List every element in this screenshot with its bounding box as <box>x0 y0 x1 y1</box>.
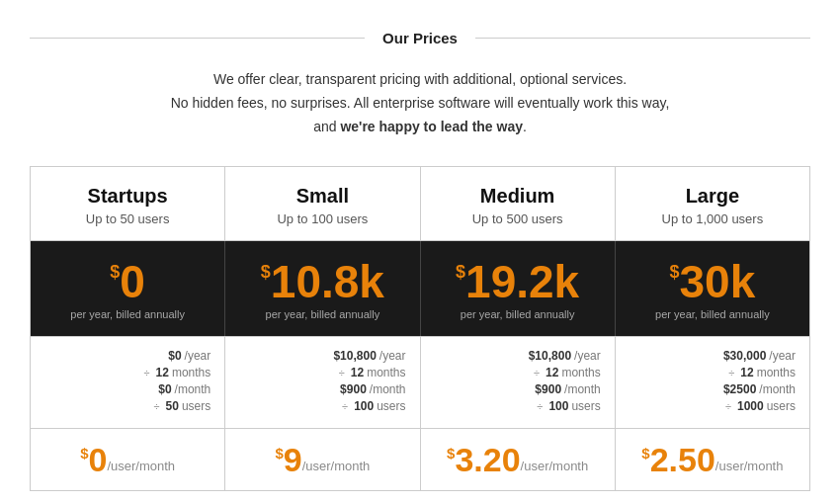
breakdown-line4-2: ÷100users <box>435 399 601 413</box>
breakdown-line2-1: ÷12months <box>239 366 405 379</box>
peruser-cell-0: $ 0 /user/month <box>31 429 225 490</box>
price-main-2: $ 19.2k <box>431 259 605 304</box>
peruser-unit-0: /user/month <box>107 459 175 473</box>
plan-name-1: Small <box>235 185 409 208</box>
breakdown-cell-1: $10,800/year÷12months$900/month÷100users <box>225 337 420 428</box>
price-main-3: $ 30k <box>626 259 799 304</box>
price-main-0: $ 0 <box>41 259 214 304</box>
price-cell-2: $ 19.2k per year, billed annually <box>421 241 616 336</box>
peruser-dollar-3: $ <box>641 446 649 461</box>
intro-line3-end: . <box>523 119 527 134</box>
breakdown-cell-2: $10,800/year÷12months$900/month÷100users <box>421 337 616 428</box>
intro-line3-normal: and <box>313 119 340 134</box>
price-main-1: $ 10.8k <box>235 259 409 304</box>
price-period-1: per year, billed annually <box>235 308 409 320</box>
plan-header-2: Medium Up to 500 users <box>421 167 616 240</box>
intro-line3: and we're happy to lead the way. <box>171 116 670 139</box>
price-period-3: per year, billed annually <box>626 308 799 320</box>
price-dollar-1: $ <box>261 263 271 281</box>
price-cell-1: $ 10.8k per year, billed annually <box>225 241 420 336</box>
breakdown-line4-0: ÷50users <box>44 399 210 413</box>
section-header: Our Prices <box>30 30 810 46</box>
header-line-right <box>475 38 810 39</box>
price-dollar-2: $ <box>456 263 465 281</box>
plan-header-0: Startups Up to 50 users <box>31 167 225 240</box>
peruser-cell-2: $ 3.20 /user/month <box>421 429 616 490</box>
intro-section: We offer clear, transparent pricing with… <box>171 68 670 138</box>
breakdown-line1-0: $0/year <box>44 349 210 363</box>
peruser-amount-0: 0 <box>89 443 108 476</box>
peruser-price-0: $ 0 /user/month <box>41 443 214 476</box>
peruser-dollar-2: $ <box>447 446 455 461</box>
peruser-dollar-1: $ <box>275 446 283 461</box>
peruser-cell-1: $ 9 /user/month <box>225 429 420 490</box>
price-dollar-0: $ <box>110 263 120 281</box>
plan-users-0: Up to 50 users <box>41 211 214 226</box>
breakdown-line3-3: $2500/month <box>630 382 796 396</box>
peruser-price-2: $ 3.20 /user/month <box>431 443 605 476</box>
price-amount-2: 19.2k <box>465 259 579 304</box>
plan-name-0: Startups <box>41 185 214 208</box>
plan-name-2: Medium <box>431 185 605 208</box>
price-amount-0: 0 <box>120 259 145 304</box>
breakdown-line3-0: $0/month <box>44 382 210 396</box>
plan-header-3: Large Up to 1,000 users <box>616 167 809 240</box>
price-cell-3: $ 30k per year, billed annually <box>616 241 809 336</box>
price-period-0: per year, billed annually <box>41 308 214 320</box>
breakdown-line1-2: $10,800/year <box>435 349 601 363</box>
price-cell-0: $ 0 per year, billed annually <box>31 241 225 336</box>
breakdown-cell-3: $30,000/year÷12months$2500/month÷1000use… <box>616 337 809 428</box>
price-period-2: per year, billed annually <box>431 308 605 320</box>
breakdown-line3-2: $900/month <box>435 382 601 396</box>
plan-users-3: Up to 1,000 users <box>626 211 799 226</box>
pricing-table: Startups Up to 50 users Small Up to 100 … <box>30 166 810 491</box>
breakdown-line2-0: ÷12months <box>44 366 210 379</box>
plan-header-1: Small Up to 100 users <box>225 167 420 240</box>
plan-users-1: Up to 100 users <box>235 211 409 226</box>
peruser-dollar-0: $ <box>80 446 88 461</box>
breakdown-cell-0: $0/year÷12months$0/month÷50users <box>31 337 225 428</box>
price-amount-3: 30k <box>680 259 756 304</box>
plan-name-3: Large <box>626 185 799 208</box>
header-line-left <box>30 38 365 39</box>
peruser-amount-3: 2.50 <box>650 443 715 476</box>
price-row: $ 0 per year, billed annually $ 10.8k pe… <box>31 241 809 337</box>
intro-line1: We offer clear, transparent pricing with… <box>171 68 670 92</box>
peruser-cell-3: $ 2.50 /user/month <box>616 429 809 490</box>
peruser-amount-2: 3.20 <box>455 443 520 476</box>
plan-users-2: Up to 500 users <box>431 211 605 226</box>
peruser-row: $ 0 /user/month $ 9 /user/month $ 3.20 /… <box>31 429 809 490</box>
intro-line2: No hidden fees, no surprises. All enterp… <box>171 92 670 116</box>
breakdown-line2-3: ÷12months <box>630 366 796 379</box>
breakdown-line4-1: ÷100users <box>239 399 405 413</box>
breakdown-line2-2: ÷12months <box>435 366 601 379</box>
breakdown-line4-3: ÷1000users <box>630 399 796 413</box>
intro-line3-bold: we're happy to lead the way <box>340 119 523 134</box>
breakdown-line1-3: $30,000/year <box>630 349 796 363</box>
peruser-amount-1: 9 <box>284 443 302 476</box>
price-dollar-3: $ <box>669 263 679 281</box>
section-title: Our Prices <box>365 30 475 46</box>
peruser-price-3: $ 2.50 /user/month <box>626 443 799 476</box>
price-amount-1: 10.8k <box>271 259 384 304</box>
peruser-unit-2: /user/month <box>521 459 589 473</box>
plan-headers-row: Startups Up to 50 users Small Up to 100 … <box>31 167 809 241</box>
breakdown-line3-1: $900/month <box>239 382 405 396</box>
breakdown-row: $0/year÷12months$0/month÷50users$10,800/… <box>31 337 809 429</box>
peruser-price-1: $ 9 /user/month <box>235 443 409 476</box>
peruser-unit-3: /user/month <box>715 459 784 473</box>
peruser-unit-1: /user/month <box>302 459 371 473</box>
breakdown-line1-1: $10,800/year <box>239 349 405 363</box>
